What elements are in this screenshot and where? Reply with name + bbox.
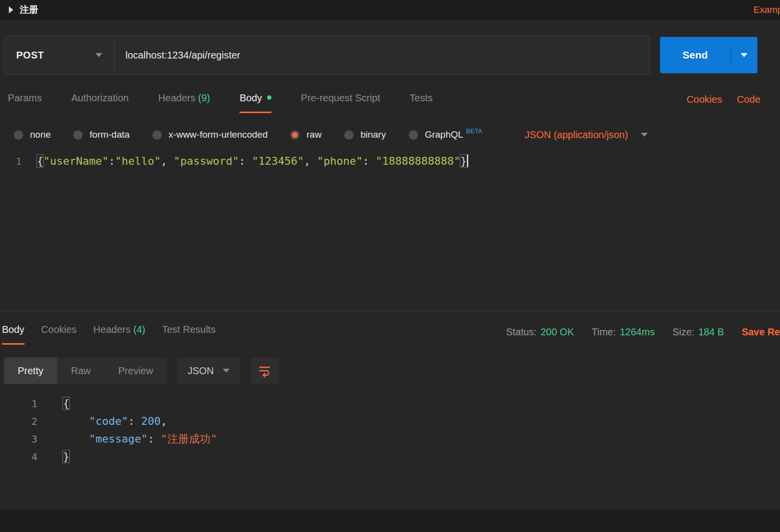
time-badge: Time:1264ms xyxy=(592,326,655,338)
tab-body[interactable]: Body xyxy=(240,92,271,113)
line-number: 3 xyxy=(0,430,37,448)
text-cursor xyxy=(467,154,468,167)
request-body-code-line: {"userName":"hello", "password": "123456… xyxy=(22,152,468,311)
line-number: 2 xyxy=(0,413,37,430)
response-tab-test-results[interactable]: Test Results xyxy=(162,324,215,345)
collapse-caret-icon[interactable] xyxy=(9,6,13,13)
mode-raw-button[interactable]: Raw xyxy=(57,357,104,384)
wrap-text-icon xyxy=(258,364,271,378)
postman-window: 注册 Examples POST Send Params Authorizati… xyxy=(0,0,780,532)
response-meta: Status:200 OK Time:1264ms Size:184 B Sav… xyxy=(506,326,780,345)
tab-authorization[interactable]: Authorization xyxy=(71,92,129,113)
line-number: 1 xyxy=(0,152,22,311)
response-body-editor[interactable]: 1{2 "code": 200,3 "message": "注册成功"4} xyxy=(0,395,780,466)
radio-graphql[interactable]: GraphQL BETA xyxy=(409,129,482,140)
bottom-bar xyxy=(0,509,780,532)
size-badge: Size:184 B xyxy=(672,326,724,338)
response-code-line: 2 "code": 200, xyxy=(0,413,780,430)
radio-icon xyxy=(14,130,23,140)
tab-pre-request-script[interactable]: Pre-request Script xyxy=(301,92,380,113)
response-format-select[interactable]: JSON xyxy=(178,357,239,384)
chevron-down-icon xyxy=(223,369,230,373)
request-tab-title[interactable]: 注册 xyxy=(20,3,38,16)
line-number: 4 xyxy=(0,448,37,466)
tab-tests[interactable]: Tests xyxy=(410,92,433,113)
wrap-text-button[interactable] xyxy=(250,357,279,384)
request-tabs: Params Authorization Headers (9) Body Pr… xyxy=(0,92,780,113)
code-link[interactable]: Code xyxy=(737,94,760,105)
request-body-editor[interactable]: 1 {"userName":"hello", "password": "1234… xyxy=(0,152,780,311)
radio-x-www-form-urlencoded[interactable]: x-www-form-urlencoded xyxy=(152,129,268,140)
line-number: 1 xyxy=(0,395,37,413)
chevron-down-icon xyxy=(95,53,102,57)
mode-preview-button[interactable]: Preview xyxy=(104,357,167,384)
radio-none[interactable]: none xyxy=(14,129,51,140)
radio-binary[interactable]: binary xyxy=(344,129,386,140)
cookies-link[interactable]: Cookies xyxy=(687,94,722,105)
beta-badge: BETA xyxy=(466,127,482,135)
response-code-line: 4} xyxy=(0,448,780,466)
response-code-line: 3 "message": "注册成功" xyxy=(0,430,780,448)
radio-icon xyxy=(409,130,418,140)
response-tab-body[interactable]: Body xyxy=(2,324,25,345)
url-input[interactable] xyxy=(115,36,650,74)
response-code-line: 1{ xyxy=(0,395,780,413)
radio-form-data[interactable]: form-data xyxy=(73,129,129,140)
radio-icon xyxy=(152,130,162,140)
body-mode-row: none form-data x-www-form-urlencoded raw… xyxy=(0,125,780,145)
send-label: Send xyxy=(660,49,730,61)
request-links: Cookies Code xyxy=(687,94,760,113)
examples-button[interactable]: Examples xyxy=(753,4,780,15)
response-header: Body Cookies Headers (4) Test Results St… xyxy=(0,311,780,345)
request-url-bar: POST Send xyxy=(4,35,757,75)
topbar: 注册 Examples xyxy=(0,0,780,20)
send-options-button[interactable] xyxy=(731,53,757,57)
response-toolbar: Pretty Raw Preview JSON xyxy=(4,357,780,384)
body-filled-dot-icon xyxy=(267,95,271,100)
save-response-button[interactable]: Save Response xyxy=(742,326,780,338)
radio-raw[interactable]: raw xyxy=(290,129,322,140)
tab-params[interactable]: Params xyxy=(8,92,42,113)
method-label: POST xyxy=(16,50,44,61)
method-select[interactable]: POST xyxy=(4,36,115,74)
tab-headers[interactable]: Headers (9) xyxy=(158,92,210,113)
view-mode-group: Pretty Raw Preview xyxy=(4,357,167,384)
status-badge: Status:200 OK xyxy=(506,326,574,338)
url-group: POST xyxy=(4,35,650,75)
headers-count: (9) xyxy=(195,92,210,103)
send-button[interactable]: Send xyxy=(660,37,757,73)
chevron-down-icon xyxy=(641,133,648,137)
response-tab-headers[interactable]: Headers (4) xyxy=(93,324,146,345)
radio-selected-icon xyxy=(290,130,300,140)
response-tab-cookies[interactable]: Cookies xyxy=(41,324,77,345)
radio-icon xyxy=(73,130,83,140)
mode-pretty-button[interactable]: Pretty xyxy=(4,357,57,384)
response-headers-count: (4) xyxy=(130,324,145,335)
chevron-down-icon xyxy=(741,53,748,57)
radio-icon xyxy=(344,130,354,140)
content-type-select[interactable]: JSON (application/json) xyxy=(525,129,648,141)
